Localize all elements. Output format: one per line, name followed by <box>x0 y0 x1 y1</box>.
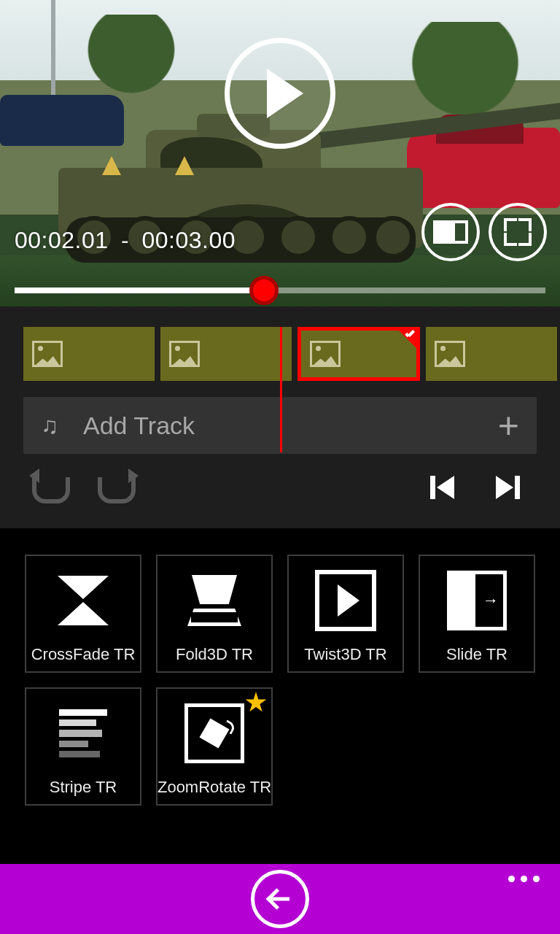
timeline: ♫ Add Track + <box>0 306 560 528</box>
redo-icon <box>98 477 136 503</box>
play-icon <box>267 69 303 118</box>
clip-item-selected[interactable] <box>298 327 420 381</box>
slide-icon <box>447 571 507 630</box>
undo-icon <box>32 477 70 503</box>
music-note-icon: ♫ <box>41 414 58 437</box>
transition-zoomrotate[interactable]: ZoomRotate TR <box>156 687 273 806</box>
image-icon <box>435 341 465 367</box>
back-button[interactable] <box>251 870 309 928</box>
app-bar <box>0 864 560 934</box>
clip-item[interactable] <box>426 327 557 381</box>
transition-label: ZoomRotate TR <box>158 778 271 797</box>
transition-slide[interactable]: Slide TR <box>419 555 535 673</box>
plus-icon: + <box>498 404 519 447</box>
transition-crossfade[interactable]: CrossFade TR <box>25 555 141 673</box>
seek-knob[interactable] <box>249 276 279 305</box>
seek-bar[interactable] <box>15 287 545 293</box>
transitions-panel: CrossFade TR Fold3D TR Twist3D TR Slide … <box>0 528 560 827</box>
dot-icon <box>521 876 527 882</box>
stripe-icon <box>59 709 107 757</box>
more-button[interactable] <box>508 876 540 882</box>
fullscreen-button[interactable] <box>489 203 547 261</box>
twist3d-icon <box>315 570 376 631</box>
aspect-presentation-button[interactable] <box>421 203 480 261</box>
image-icon <box>310 341 341 367</box>
timeline-controls <box>0 454 560 528</box>
transition-label: Stripe TR <box>50 778 117 797</box>
time-end: 00:03.00 <box>142 227 236 253</box>
undo-button[interactable] <box>32 474 64 506</box>
time-start: 00:02.01 <box>15 227 109 253</box>
dot-icon <box>508 876 515 882</box>
check-icon <box>403 329 416 339</box>
transition-twist3d[interactable]: Twist3D TR <box>287 555 404 673</box>
add-track-label: Add Track <box>83 412 195 440</box>
next-frame-button[interactable] <box>496 474 528 506</box>
transition-label: Fold3D TR <box>176 645 253 664</box>
image-icon <box>32 341 63 367</box>
transition-label: Twist3D TR <box>304 645 386 664</box>
dot-icon <box>533 876 540 882</box>
playhead[interactable] <box>280 327 282 452</box>
clip-track <box>0 306 560 387</box>
play-button[interactable] <box>225 38 335 149</box>
fullscreen-icon <box>504 218 532 246</box>
image-icon <box>169 341 200 367</box>
presentation-icon <box>433 220 468 244</box>
back-arrow-icon <box>269 888 291 910</box>
clip-item[interactable] <box>23 327 155 381</box>
time-range-label: 00:02.01 - 00:03.00 <box>15 227 236 254</box>
skip-next-icon <box>496 474 522 501</box>
transition-stripe[interactable]: Stripe TR <box>25 687 141 806</box>
video-preview: 00:02.01 - 00:03.00 <box>0 0 560 306</box>
seek-fill <box>15 287 264 293</box>
crossfade-icon <box>58 576 109 625</box>
clip-item[interactable] <box>160 327 292 381</box>
transition-label: CrossFade TR <box>31 645 136 664</box>
transition-label: Slide TR <box>446 645 508 664</box>
redo-button[interactable] <box>98 474 130 506</box>
zoomrotate-icon <box>184 703 244 763</box>
prev-frame-button[interactable] <box>430 474 462 506</box>
skip-prev-icon <box>430 474 456 501</box>
fold3d-icon <box>187 575 241 626</box>
transition-fold3d[interactable]: Fold3D TR <box>156 555 273 673</box>
